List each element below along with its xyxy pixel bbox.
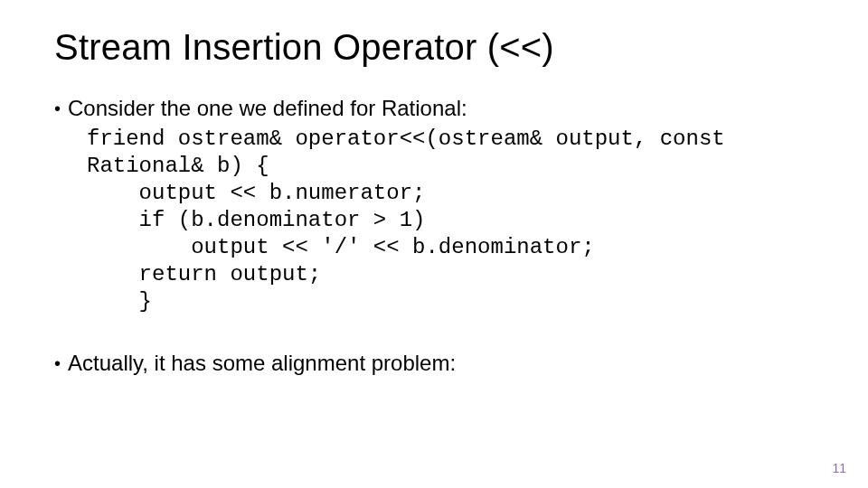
code-line-7: } (87, 289, 152, 314)
bullet-item-1: • Consider the one we defined for Ration… (54, 95, 814, 122)
bullet-text-1: Consider the one we defined for Rational… (68, 95, 467, 122)
code-line-2: Rational& b) { (87, 154, 269, 178)
slide: Stream Insertion Operator (<<) • Conside… (0, 0, 868, 488)
bullet-dot-icon: • (54, 350, 61, 377)
code-line-6: return output; (87, 262, 321, 286)
page-number: 11 (832, 461, 846, 475)
bullet-item-2: • Actually, it has some alignment proble… (54, 350, 814, 377)
bullet-text-2: Actually, it has some alignment problem: (68, 350, 456, 377)
code-line-4: if (b.denominator > 1) (87, 208, 425, 232)
slide-title: Stream Insertion Operator (<<) (54, 27, 814, 68)
code-line-5: output << '/' << b.denominator; (87, 235, 595, 259)
code-block: friend ostream& operator<<(ostream& outp… (87, 126, 814, 315)
slide-body: • Consider the one we defined for Ration… (54, 95, 814, 377)
bullet-dot-icon: • (54, 95, 61, 122)
code-line-3: output << b.numerator; (87, 181, 425, 205)
code-line-1: friend ostream& operator<<(ostream& outp… (87, 127, 725, 151)
